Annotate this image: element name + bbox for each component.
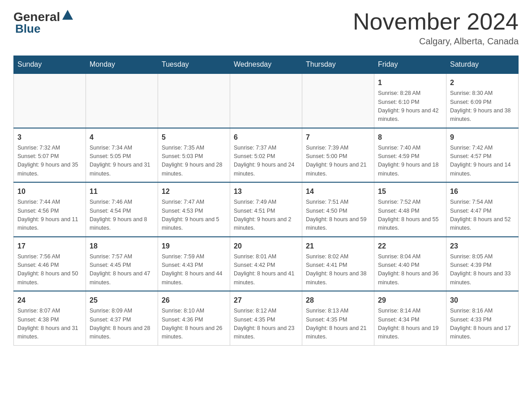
calendar-cell: 5Sunrise: 7:35 AMSunset: 5:03 PMDaylight… xyxy=(158,128,230,183)
calendar-cell: 13Sunrise: 7:49 AMSunset: 4:51 PMDayligh… xyxy=(230,182,302,237)
calendar-week-row: 24Sunrise: 8:07 AMSunset: 4:38 PMDayligh… xyxy=(14,291,519,345)
calendar-cell: 6Sunrise: 7:37 AMSunset: 5:02 PMDaylight… xyxy=(230,128,302,183)
calendar-cell: 23Sunrise: 8:05 AMSunset: 4:39 PMDayligh… xyxy=(446,237,519,291)
day-info: Sunrise: 8:05 AMSunset: 4:39 PMDaylight:… xyxy=(450,253,515,287)
calendar-cell: 22Sunrise: 8:04 AMSunset: 4:40 PMDayligh… xyxy=(374,237,446,291)
day-info: Sunrise: 8:07 AMSunset: 4:38 PMDaylight:… xyxy=(17,307,82,342)
svg-marker-0 xyxy=(62,10,73,20)
day-info: Sunrise: 7:35 AMSunset: 5:03 PMDaylight:… xyxy=(162,144,226,179)
calendar-cell: 30Sunrise: 8:16 AMSunset: 4:33 PMDayligh… xyxy=(446,291,519,345)
day-info: Sunrise: 7:59 AMSunset: 4:43 PMDaylight:… xyxy=(162,253,226,287)
day-number: 16 xyxy=(450,186,515,197)
calendar-cell: 8Sunrise: 7:40 AMSunset: 4:59 PMDaylight… xyxy=(374,128,446,183)
day-number: 8 xyxy=(378,132,442,143)
day-info: Sunrise: 7:57 AMSunset: 4:45 PMDaylight:… xyxy=(90,253,154,287)
calendar-cell: 2Sunrise: 8:30 AMSunset: 6:09 PMDaylight… xyxy=(446,73,519,128)
day-number: 21 xyxy=(306,241,370,252)
day-info: Sunrise: 7:37 AMSunset: 5:02 PMDaylight:… xyxy=(234,144,298,179)
calendar-cell xyxy=(302,73,374,128)
calendar-cell: 7Sunrise: 7:39 AMSunset: 5:00 PMDaylight… xyxy=(302,128,374,183)
calendar-cell: 12Sunrise: 7:47 AMSunset: 4:53 PMDayligh… xyxy=(158,182,230,237)
day-info: Sunrise: 8:02 AMSunset: 4:41 PMDaylight:… xyxy=(306,253,370,287)
day-number: 26 xyxy=(162,295,226,306)
calendar-table: SundayMondayTuesdayWednesdayThursdayFrid… xyxy=(13,56,519,346)
day-number: 5 xyxy=(162,132,226,143)
day-header-thursday: Thursday xyxy=(302,56,374,74)
calendar-cell: 19Sunrise: 7:59 AMSunset: 4:43 PMDayligh… xyxy=(158,237,230,291)
calendar-week-row: 10Sunrise: 7:44 AMSunset: 4:56 PMDayligh… xyxy=(14,182,519,237)
day-info: Sunrise: 8:13 AMSunset: 4:35 PMDaylight:… xyxy=(306,307,370,342)
calendar-cell: 15Sunrise: 7:52 AMSunset: 4:48 PMDayligh… xyxy=(374,182,446,237)
day-header-saturday: Saturday xyxy=(446,56,519,74)
calendar-cell xyxy=(14,73,86,128)
day-number: 28 xyxy=(306,295,370,306)
day-info: Sunrise: 7:54 AMSunset: 4:47 PMDaylight:… xyxy=(450,198,515,233)
calendar-cell: 18Sunrise: 7:57 AMSunset: 4:45 PMDayligh… xyxy=(86,237,158,291)
calendar-cell: 28Sunrise: 8:13 AMSunset: 4:35 PMDayligh… xyxy=(302,291,374,345)
calendar-cell: 20Sunrise: 8:01 AMSunset: 4:42 PMDayligh… xyxy=(230,237,302,291)
calendar-cell xyxy=(230,73,302,128)
title-block: November 2024 Calgary, Alberta, Canada xyxy=(353,9,519,47)
day-number: 18 xyxy=(90,241,154,252)
calendar-header-row: SundayMondayTuesdayWednesdayThursdayFrid… xyxy=(14,56,519,74)
day-number: 29 xyxy=(378,295,442,306)
calendar-cell: 17Sunrise: 7:56 AMSunset: 4:46 PMDayligh… xyxy=(14,237,86,291)
day-number: 12 xyxy=(162,186,226,197)
day-info: Sunrise: 7:32 AMSunset: 5:07 PMDaylight:… xyxy=(17,144,82,179)
calendar-cell: 3Sunrise: 7:32 AMSunset: 5:07 PMDaylight… xyxy=(14,128,86,183)
day-info: Sunrise: 7:52 AMSunset: 4:48 PMDaylight:… xyxy=(378,198,442,233)
day-info: Sunrise: 7:34 AMSunset: 5:05 PMDaylight:… xyxy=(90,144,154,179)
day-info: Sunrise: 8:09 AMSunset: 4:37 PMDaylight:… xyxy=(90,307,154,342)
day-info: Sunrise: 7:39 AMSunset: 5:00 PMDaylight:… xyxy=(306,144,370,179)
calendar-cell: 4Sunrise: 7:34 AMSunset: 5:05 PMDaylight… xyxy=(86,128,158,183)
calendar-week-row: 17Sunrise: 7:56 AMSunset: 4:46 PMDayligh… xyxy=(14,237,519,291)
page-header: General Blue November 2024 Calgary, Albe… xyxy=(13,9,519,47)
day-number: 13 xyxy=(234,186,298,197)
day-info: Sunrise: 7:51 AMSunset: 4:50 PMDaylight:… xyxy=(306,198,370,233)
calendar-subtitle: Calgary, Alberta, Canada xyxy=(353,36,519,47)
day-info: Sunrise: 7:44 AMSunset: 4:56 PMDaylight:… xyxy=(17,198,82,233)
day-info: Sunrise: 7:42 AMSunset: 4:57 PMDaylight:… xyxy=(450,144,515,179)
day-number: 10 xyxy=(17,186,82,197)
logo-blue-text: Blue xyxy=(15,22,40,35)
calendar-cell: 24Sunrise: 8:07 AMSunset: 4:38 PMDayligh… xyxy=(14,291,86,345)
day-number: 20 xyxy=(234,241,298,252)
day-info: Sunrise: 7:47 AMSunset: 4:53 PMDaylight:… xyxy=(162,198,226,233)
day-number: 4 xyxy=(90,132,154,143)
calendar-cell: 10Sunrise: 7:44 AMSunset: 4:56 PMDayligh… xyxy=(14,182,86,237)
day-header-sunday: Sunday xyxy=(14,56,86,74)
day-number: 22 xyxy=(378,241,442,252)
day-info: Sunrise: 8:04 AMSunset: 4:40 PMDaylight:… xyxy=(378,253,442,287)
day-number: 15 xyxy=(378,186,442,197)
day-info: Sunrise: 8:12 AMSunset: 4:35 PMDaylight:… xyxy=(234,307,298,342)
day-number: 2 xyxy=(450,77,515,88)
day-number: 9 xyxy=(450,132,515,143)
day-number: 19 xyxy=(162,241,226,252)
day-info: Sunrise: 8:14 AMSunset: 4:34 PMDaylight:… xyxy=(378,307,442,342)
calendar-cell xyxy=(86,73,158,128)
day-number: 6 xyxy=(234,132,298,143)
day-number: 17 xyxy=(17,241,82,252)
day-info: Sunrise: 8:10 AMSunset: 4:36 PMDaylight:… xyxy=(162,307,226,342)
calendar-cell: 26Sunrise: 8:10 AMSunset: 4:36 PMDayligh… xyxy=(158,291,230,345)
day-number: 25 xyxy=(90,295,154,306)
day-header-monday: Monday xyxy=(86,56,158,74)
day-number: 27 xyxy=(234,295,298,306)
calendar-cell: 25Sunrise: 8:09 AMSunset: 4:37 PMDayligh… xyxy=(86,291,158,345)
calendar-cell: 1Sunrise: 8:28 AMSunset: 6:10 PMDaylight… xyxy=(374,73,446,128)
day-number: 24 xyxy=(17,295,82,306)
day-number: 14 xyxy=(306,186,370,197)
day-info: Sunrise: 7:40 AMSunset: 4:59 PMDaylight:… xyxy=(378,144,442,179)
day-info: Sunrise: 8:28 AMSunset: 6:10 PMDaylight:… xyxy=(378,89,442,124)
logo: General Blue xyxy=(13,9,75,36)
day-number: 3 xyxy=(17,132,82,143)
day-number: 1 xyxy=(378,77,442,88)
day-header-tuesday: Tuesday xyxy=(158,56,230,74)
day-info: Sunrise: 8:16 AMSunset: 4:33 PMDaylight:… xyxy=(450,307,515,342)
day-info: Sunrise: 8:01 AMSunset: 4:42 PMDaylight:… xyxy=(234,253,298,287)
calendar-cell: 9Sunrise: 7:42 AMSunset: 4:57 PMDaylight… xyxy=(446,128,519,183)
calendar-cell: 21Sunrise: 8:02 AMSunset: 4:41 PMDayligh… xyxy=(302,237,374,291)
day-info: Sunrise: 8:30 AMSunset: 6:09 PMDaylight:… xyxy=(450,89,515,124)
day-info: Sunrise: 7:49 AMSunset: 4:51 PMDaylight:… xyxy=(234,198,298,233)
calendar-cell: 11Sunrise: 7:46 AMSunset: 4:54 PMDayligh… xyxy=(86,182,158,237)
